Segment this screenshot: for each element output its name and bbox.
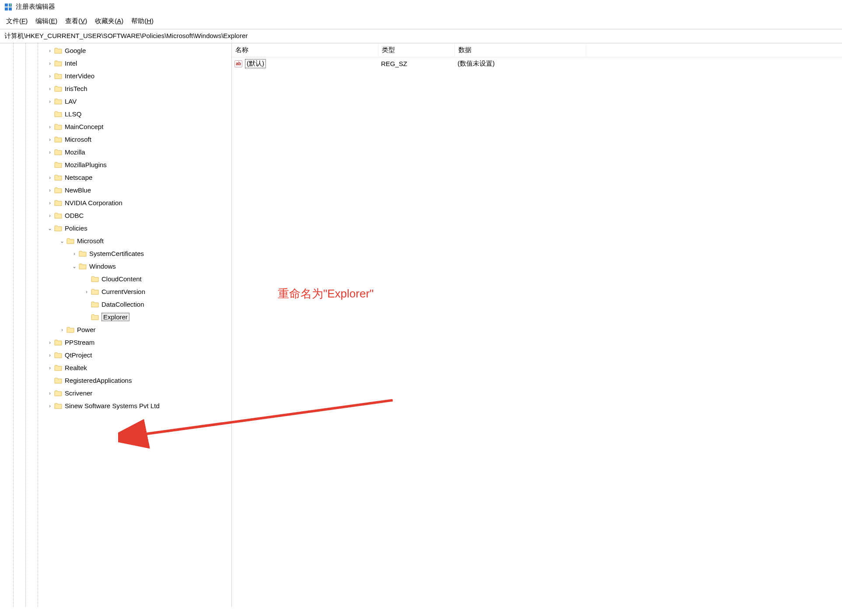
tree-item[interactable]: ›Power — [0, 323, 231, 336]
tree-item-label: NewBlue — [65, 186, 91, 194]
annotation-overlay: 重命名为"Explorer" — [232, 43, 842, 607]
folder-icon — [54, 85, 62, 92]
chevron-down-icon[interactable]: ⌄ — [71, 263, 78, 270]
chevron-right-icon[interactable]: › — [46, 136, 53, 143]
folder-icon — [54, 390, 62, 396]
tree-item[interactable]: ›Intel — [0, 57, 231, 70]
chevron-right-icon[interactable]: › — [46, 98, 53, 105]
folder-icon — [91, 301, 99, 308]
folder-icon — [54, 352, 62, 358]
tree-item[interactable]: ›PPStream — [0, 336, 231, 349]
tree-item[interactable]: ›QtProject — [0, 349, 231, 361]
tree-item[interactable]: ·LLSQ — [0, 108, 231, 120]
value-data: (数值未设置) — [458, 60, 589, 68]
chevron-right-icon[interactable]: › — [46, 352, 53, 358]
menu-view[interactable]: 查看(V) — [65, 17, 87, 25]
chevron-right-icon[interactable]: › — [46, 200, 53, 206]
menu-bar: 文件(F) 编辑(E) 查看(V) 收藏夹(A) 帮助(H) — [0, 14, 842, 29]
tree-item[interactable]: ›NVIDIA Corporation — [0, 196, 231, 209]
tree-item[interactable]: ›LAV — [0, 95, 231, 108]
chevron-right-icon[interactable]: › — [46, 48, 53, 54]
value-type: REG_SZ — [381, 60, 458, 67]
chevron-right-icon[interactable]: › — [46, 340, 53, 346]
chevron-right-icon[interactable]: › — [46, 73, 53, 79]
chevron-right-icon[interactable]: › — [46, 86, 53, 92]
chevron-right-icon[interactable]: › — [59, 327, 66, 333]
tree-item[interactable]: ›CurrentVersion — [0, 285, 231, 298]
tree-item[interactable]: ›Realtek — [0, 361, 231, 374]
tree-pane[interactable]: ›Google›Intel›InterVideo›IrisTech›LAV·LL… — [0, 43, 232, 607]
menu-help[interactable]: 帮助(H) — [131, 17, 154, 25]
chevron-right-icon[interactable]: › — [46, 403, 53, 409]
address-path: 计算机\HKEY_CURRENT_USER\SOFTWARE\Policies\… — [4, 32, 248, 39]
col-type[interactable]: 类型 — [378, 43, 455, 57]
tree-item[interactable]: ›SystemCertificates — [0, 247, 231, 260]
tree-item-label: NVIDIA Corporation — [65, 199, 122, 206]
menu-edit[interactable]: 编辑(E) — [35, 17, 57, 25]
tree-item[interactable]: ›Netscape — [0, 171, 231, 184]
chevron-right-icon[interactable]: › — [83, 289, 90, 295]
tree-item[interactable]: ›InterVideo — [0, 70, 231, 82]
folder-icon — [54, 339, 62, 346]
svg-rect-0 — [5, 4, 8, 7]
chevron-right-icon[interactable]: › — [46, 149, 53, 155]
list-header: 名称 类型 数据 — [232, 43, 842, 57]
tree-item-label: LLSQ — [65, 110, 81, 118]
chevron-down-icon[interactable]: ⌄ — [46, 225, 53, 231]
tree-item[interactable]: ›Scrivener — [0, 387, 231, 399]
tree-item-label: RegisteredApplications — [65, 377, 132, 384]
tree-item[interactable]: ⌄Windows — [0, 260, 231, 273]
tree-item[interactable]: ›IrisTech — [0, 82, 231, 95]
folder-icon — [54, 187, 62, 193]
menu-favorites[interactable]: 收藏夹(A) — [95, 17, 123, 25]
chevron-right-icon[interactable]: › — [46, 187, 53, 193]
folder-icon — [54, 136, 62, 143]
list-row[interactable]: ab(默认)REG_SZ(数值未设置) — [232, 57, 842, 70]
tree-item[interactable]: ›Microsoft — [0, 133, 231, 146]
chevron-down-icon[interactable]: ⌄ — [59, 238, 66, 244]
chevron-right-icon[interactable]: › — [46, 390, 53, 396]
chevron-right-icon[interactable]: › — [46, 60, 53, 66]
col-data[interactable]: 数据 — [455, 43, 586, 57]
tree-item[interactable]: ›NewBlue — [0, 184, 231, 196]
regedit-icon — [4, 3, 12, 11]
title-bar: 注册表编辑器 — [0, 0, 842, 14]
folder-icon — [66, 326, 74, 333]
folder-icon — [79, 263, 87, 270]
menu-file[interactable]: 文件(F) — [6, 17, 28, 25]
folder-icon — [54, 174, 62, 181]
tree-item[interactable]: ›ODBC — [0, 209, 231, 222]
chevron-right-icon[interactable]: › — [46, 365, 53, 371]
tree-item-label: CloudContent — [101, 275, 142, 283]
tree-item[interactable]: ·DataCollection — [0, 298, 231, 311]
tree-item[interactable]: ·RegisteredApplications — [0, 374, 231, 387]
tree-item[interactable]: ⌄Microsoft — [0, 234, 231, 247]
tree-item[interactable]: ⌄Policies — [0, 222, 231, 234]
folder-icon — [54, 98, 62, 105]
tree-item[interactable]: ·Explorer — [0, 311, 231, 323]
no-expander: · — [46, 111, 53, 117]
tree-item-label: Scrivener — [65, 389, 92, 397]
list-pane[interactable]: 名称 类型 数据 ab(默认)REG_SZ(数值未设置) 重命名为"Explor… — [232, 43, 842, 607]
tree-item[interactable]: ·MozillaPlugins — [0, 158, 231, 171]
chevron-right-icon[interactable]: › — [46, 213, 53, 219]
tree-item[interactable]: ›Google — [0, 44, 231, 57]
address-bar[interactable]: 计算机\HKEY_CURRENT_USER\SOFTWARE\Policies\… — [0, 29, 842, 43]
chevron-right-icon[interactable]: › — [71, 251, 78, 257]
chevron-right-icon[interactable]: › — [46, 175, 53, 181]
tree-item[interactable]: ›Mozilla — [0, 146, 231, 158]
tree-item[interactable]: ›MainConcept — [0, 120, 231, 133]
tree-item-label: ODBC — [65, 212, 84, 219]
tree-item-label: IrisTech — [65, 85, 87, 92]
tree-item[interactable]: ›Sinew Software Systems Pvt Ltd — [0, 399, 231, 412]
svg-point-4 — [10, 4, 11, 5]
tree-item[interactable]: ·CloudContent — [0, 273, 231, 285]
folder-icon — [54, 149, 62, 155]
tree-item-label: Microsoft — [65, 136, 91, 143]
list-body: ab(默认)REG_SZ(数值未设置) — [232, 57, 842, 70]
tree-item-label: Mozilla — [65, 148, 85, 156]
tree-item-label: MozillaPlugins — [65, 161, 107, 168]
no-expander: · — [46, 162, 53, 168]
col-name[interactable]: 名称 — [232, 43, 378, 57]
chevron-right-icon[interactable]: › — [46, 124, 53, 130]
